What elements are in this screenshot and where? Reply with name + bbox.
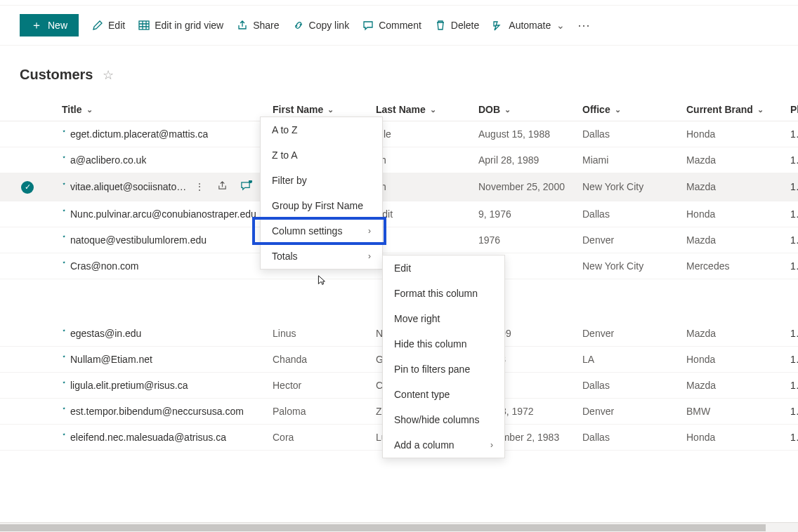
- row-select-cell[interactable]: [0, 227, 55, 253]
- overflow-button[interactable]: ⋯: [577, 18, 590, 33]
- submenu-item[interactable]: Pin to filters pane: [383, 357, 504, 382]
- column-header-select[interactable]: [0, 98, 55, 121]
- comment-button[interactable]: Comment: [362, 19, 421, 32]
- row-select-cell[interactable]: [0, 201, 55, 227]
- brand-cell: Honda: [679, 347, 783, 373]
- submenu-item[interactable]: Show/hide columns: [383, 407, 504, 432]
- new-button[interactable]: ＋ New: [20, 14, 79, 36]
- row-select-cell[interactable]: [0, 399, 55, 425]
- chevron-right-icon: ›: [368, 251, 371, 261]
- pho-cell: 1-40: [783, 425, 798, 451]
- share-label: Share: [253, 20, 279, 31]
- title-text: Nunc.pulvinar.arcu@conubianostraper.edu: [70, 208, 256, 220]
- brand-cell: Mazda: [679, 173, 783, 201]
- title-cell[interactable]: ⋆vitae.aliquet@sociisnato…⋮: [55, 173, 266, 201]
- brand-cell: Mazda: [679, 147, 783, 173]
- title-cell[interactable]: ⋆ligula.elit.pretium@risus.ca: [55, 373, 266, 399]
- title-cell[interactable]: ⋆est.tempor.bibendum@neccursusa.com: [55, 399, 266, 425]
- office-cell: Dallas: [575, 201, 679, 227]
- row-select-cell[interactable]: [0, 121, 55, 147]
- submenu-item[interactable]: Content type: [383, 382, 504, 407]
- column-header-title[interactable]: Title⌄: [55, 98, 266, 121]
- column-header-office[interactable]: Office⌄: [575, 98, 679, 121]
- title-cell[interactable]: ⋆Nunc.pulvinar.arcu@conubianostraper.edu: [55, 201, 266, 227]
- grid-label: Edit in grid view: [155, 20, 223, 31]
- title-cell[interactable]: ⋆eleifend.nec.malesuada@atrisus.ca: [55, 425, 266, 451]
- table-row[interactable]: ⋆eget.dictum.placerat@mattis.caelleAugus…: [0, 121, 798, 147]
- header-menu-item[interactable]: Column settings›: [261, 218, 382, 244]
- row-select-cell[interactable]: [0, 147, 55, 173]
- column-header-current-brand[interactable]: Current Brand⌄: [679, 98, 783, 121]
- header-menu-item[interactable]: A to Z: [261, 117, 382, 142]
- brand-cell: Honda: [679, 121, 783, 147]
- chevron-right-icon: ›: [490, 440, 493, 450]
- title-cell[interactable]: ⋆Cras@non.com: [55, 253, 266, 279]
- share-button[interactable]: Share: [236, 19, 279, 32]
- office-cell: LA: [575, 347, 679, 373]
- table-row[interactable]: ⋆Nunc.pulvinar.arcu@conubianostraper.edu…: [0, 201, 798, 227]
- edit-button[interactable]: Edit: [91, 19, 125, 32]
- chevron-down-icon: ⌄: [556, 20, 565, 31]
- scrollbar-thumb[interactable]: [0, 524, 766, 531]
- title-cell[interactable]: ⋆natoque@vestibulumlorem.edu: [55, 227, 266, 253]
- item-indicator-icon: ⋆: [62, 406, 66, 412]
- brand-cell: Honda: [679, 425, 783, 451]
- edit-in-grid-button[interactable]: Edit in grid view: [138, 19, 223, 32]
- office-cell: New York City: [575, 253, 679, 279]
- pho-cell: 1-99: [783, 121, 798, 147]
- brand-cell: Mazda: [679, 321, 783, 347]
- office-cell: New York City: [575, 173, 679, 201]
- item-indicator-icon: ⋆: [62, 432, 66, 438]
- table-row[interactable]: ⋆a@aclibero.co.ukithApril 28, 1989MiamiM…: [0, 147, 798, 173]
- header-menu-item[interactable]: Z to A: [261, 142, 382, 168]
- pho-cell: 1-30: [783, 173, 798, 201]
- flow-icon: [492, 19, 504, 32]
- header-menu-item[interactable]: Group by First Name: [261, 193, 382, 218]
- row-comment-icon[interactable]: [240, 180, 251, 193]
- office-cell: Miami: [575, 147, 679, 173]
- column-header-last-name[interactable]: Last Name⌄: [369, 98, 471, 121]
- row-select-cell[interactable]: [0, 425, 55, 451]
- favorite-star-icon[interactable]: ☆: [103, 67, 114, 83]
- submenu-item-label: Edit: [394, 262, 411, 274]
- table-row[interactable]: ⋆natoque@vestibulumlorem.edu1976DenverMa…: [0, 227, 798, 253]
- column-header-pho[interactable]: Pho: [783, 98, 798, 121]
- row-select-cell[interactable]: [0, 253, 55, 279]
- row-select-cell[interactable]: [0, 373, 55, 399]
- column-header-dob[interactable]: DOB⌄: [471, 98, 575, 121]
- row-select-cell[interactable]: [0, 347, 55, 373]
- delete-button[interactable]: Delete: [434, 19, 479, 32]
- title-text: ligula.elit.pretium@risus.ca: [70, 380, 188, 391]
- copy-link-button[interactable]: Copy link: [292, 19, 350, 32]
- submenu-item-label: Content type: [394, 389, 450, 400]
- submenu-item[interactable]: Edit: [383, 255, 504, 281]
- row-share-icon[interactable]: [217, 180, 228, 193]
- automate-button[interactable]: Automate ⌄: [492, 19, 565, 32]
- row-select-cell[interactable]: [0, 321, 55, 347]
- submenu-item[interactable]: Move right: [383, 306, 504, 331]
- title-cell[interactable]: ⋆a@aclibero.co.uk: [55, 147, 266, 173]
- header-menu-item[interactable]: Totals›: [261, 244, 382, 269]
- title-cell[interactable]: ⋆egestas@in.edu: [55, 321, 266, 347]
- table-row[interactable]: ✓⋆vitae.aliquet@sociisnato…⋮ithNovember …: [0, 173, 798, 201]
- submenu-item[interactable]: Format this column: [383, 281, 504, 306]
- title-cell[interactable]: ⋆eget.dictum.placerat@mattis.ca: [55, 121, 266, 147]
- row-more-icon[interactable]: ⋮: [195, 181, 204, 192]
- item-indicator-icon: ⋆: [62, 354, 66, 360]
- last-cell: Edit: [369, 201, 471, 227]
- item-indicator-icon: ⋆: [62, 208, 66, 215]
- new-button-label: New: [48, 20, 67, 31]
- header-menu-item-label: Z to A: [272, 149, 298, 161]
- title-cell[interactable]: ⋆Nullam@Etiam.net: [55, 347, 266, 373]
- automate-label: Automate: [509, 20, 551, 31]
- dob-cell: November 25, 2000: [471, 173, 575, 201]
- submenu-item[interactable]: Hide this column: [383, 331, 504, 357]
- horizontal-scrollbar[interactable]: [0, 522, 798, 532]
- chevron-right-icon: ›: [368, 226, 371, 236]
- item-indicator-icon: ⋆: [62, 260, 66, 267]
- header-menu-item[interactable]: Filter by: [261, 168, 382, 193]
- header-menu-item-label: Column settings: [272, 225, 342, 237]
- row-select-cell[interactable]: ✓: [0, 173, 55, 201]
- brand-cell: Mazda: [679, 373, 783, 399]
- submenu-item[interactable]: Add a column›: [383, 432, 504, 458]
